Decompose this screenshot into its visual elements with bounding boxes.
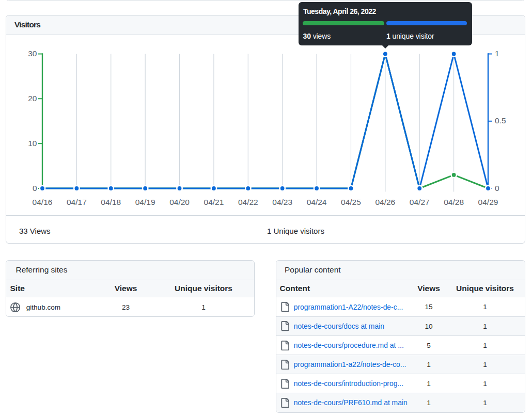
popular-content-row[interactable]: notes-de-cours/docs at main 10 1 xyxy=(276,316,525,335)
x-axis-label: 04/25 xyxy=(341,198,361,206)
x-axis-label: 04/17 xyxy=(66,198,86,206)
total-views-label: 33 Views xyxy=(19,227,51,235)
x-axis-label: 04/24 xyxy=(306,198,326,206)
site-views-value: 23 xyxy=(99,303,153,311)
x-axis-label: 04/19 xyxy=(135,198,155,206)
content-views-value: 1 xyxy=(412,361,445,368)
tooltip-views-number: 30 xyxy=(303,32,311,40)
unique visitors-point xyxy=(40,186,44,190)
content-link[interactable]: programmation1-A22/notes-de-c... xyxy=(294,303,403,311)
popular-content-row[interactable]: notes-de-cours/PRF610.md at main 1 1 xyxy=(276,393,525,412)
tooltip-date: Tuesday, April 26, 2022 xyxy=(303,7,376,15)
unique visitors-point xyxy=(315,186,319,190)
left-axis-tick-label: 30 xyxy=(28,49,37,58)
right-axis-tick-label: 1 xyxy=(495,49,499,58)
x-axis-label: 04/21 xyxy=(204,198,224,206)
file-icon xyxy=(280,321,290,331)
popular-content-rows: programmation1-A22/notes-de-c... 15 1 no… xyxy=(276,297,525,412)
x-axis-label: 04/22 xyxy=(238,198,258,206)
visitors-summary: 33 Views 1 Unique visitors xyxy=(6,215,525,243)
content-views-value: 1 xyxy=(412,380,445,388)
unique visitors-point xyxy=(143,186,147,190)
file-icon xyxy=(280,379,290,389)
unique visitors-point xyxy=(349,186,353,190)
content-unique-visitors-value: 1 xyxy=(445,323,525,330)
column-header-views: Views xyxy=(99,284,153,293)
content-views-value: 15 xyxy=(412,303,445,311)
x-axis-label: 04/18 xyxy=(101,198,121,206)
previous-panel-bottom-edge xyxy=(6,0,526,1)
popular-content-row[interactable]: notes-de-cours/procedure.md at ... 5 1 xyxy=(276,335,525,355)
x-axis-label: 04/29 xyxy=(478,198,498,206)
popular-content-header-row: Content Views Unique visitors xyxy=(276,280,525,298)
unique visitors-point xyxy=(417,186,421,190)
unique visitors-point xyxy=(280,186,284,190)
content-cell: notes-de-cours/docs at main xyxy=(276,321,412,331)
content-cell: notes-de-cours/introduction-prog... xyxy=(276,379,412,389)
popular-content-row[interactable]: notes-de-cours/introduction-prog... 1 1 xyxy=(276,374,525,393)
popular-content-row[interactable]: programmation1-A22/notes-de-c... 15 1 xyxy=(276,297,525,316)
tooltip-unique-bar xyxy=(386,21,467,25)
column-header-unique-visitors: Unique visitors xyxy=(445,284,525,293)
tooltip-views-value: 30 views xyxy=(303,32,331,40)
content-unique-visitors-value: 1 xyxy=(445,303,525,311)
x-axis-label: 04/28 xyxy=(444,198,464,206)
column-header-unique-visitors: Unique visitors xyxy=(153,284,254,293)
referring-sites-title: Referring sites xyxy=(6,261,254,280)
content-unique-visitors-value: 1 xyxy=(445,342,525,349)
visitors-line-chart[interactable]: 04/1604/1704/1804/1904/2004/2104/2204/23… xyxy=(6,35,525,216)
x-axis-label: 04/27 xyxy=(409,198,429,206)
tooltip-views-word: views xyxy=(313,32,331,40)
tooltip-unique-value: 1 unique visitor xyxy=(386,32,434,40)
left-axis-tick-label: 20 xyxy=(28,93,37,102)
total-unique-visitors-label: 1 Unique visitors xyxy=(267,227,324,235)
content-views-value: 5 xyxy=(412,342,445,349)
unique visitors-line xyxy=(42,54,488,188)
globe-icon xyxy=(10,302,20,312)
popular-content-row[interactable]: programmation1-a22/notes-de-co... 1 1 xyxy=(276,355,525,374)
content-unique-visitors-value: 1 xyxy=(445,361,525,368)
visitors-chart[interactable]: 04/1604/1704/1804/1904/2004/2104/2204/23… xyxy=(6,35,525,216)
file-icon xyxy=(280,341,290,350)
unique visitors-point xyxy=(108,186,113,190)
content-link[interactable]: notes-de-cours/procedure.md at ... xyxy=(294,341,404,349)
unique visitors-point xyxy=(451,52,456,56)
unique visitors-point xyxy=(246,186,250,190)
views-point xyxy=(451,173,456,177)
unique visitors-point xyxy=(74,186,79,190)
content-link[interactable]: notes-de-cours/docs at main xyxy=(294,322,384,330)
right-axis-tick-label: 0 xyxy=(495,183,499,192)
right-axis-tick-label: 0.5 xyxy=(495,116,506,125)
content-cell: programmation1-a22/notes-de-co... xyxy=(276,360,412,370)
unique visitors-point xyxy=(486,186,490,190)
left-axis-tick-label: 10 xyxy=(28,138,37,147)
popular-content-panel: Popular content Content Views Unique vis… xyxy=(276,260,525,413)
content-cell: programmation1-A22/notes-de-c... xyxy=(276,302,412,312)
file-icon xyxy=(280,398,290,408)
referring-site-row[interactable]: github.com 23 1 xyxy=(6,297,254,317)
content-cell: notes-de-cours/PRF610.md at main xyxy=(276,398,412,408)
column-header-site: Site xyxy=(6,284,99,293)
site-cell: github.com xyxy=(6,302,99,312)
content-views-value: 10 xyxy=(412,323,445,330)
content-unique-visitors-value: 1 xyxy=(445,399,525,407)
unique visitors-point xyxy=(383,52,387,56)
content-link[interactable]: programmation1-a22/notes-de-co... xyxy=(294,360,406,368)
content-unique-visitors-value: 1 xyxy=(445,380,525,388)
site-unique-visitors-value: 1 xyxy=(153,303,254,311)
content-cell: notes-de-cours/procedure.md at ... xyxy=(276,341,412,350)
x-axis-label: 04/16 xyxy=(32,198,52,206)
github-traffic-page: { "colors": { "views_green": "#2da44e", … xyxy=(0,0,532,417)
chart-tooltip: Tuesday, April 26, 2022 30 views 1 uniqu… xyxy=(299,2,472,45)
unique visitors-point xyxy=(177,186,181,190)
content-views-value: 1 xyxy=(412,399,445,407)
views-line xyxy=(42,54,488,188)
tooltip-unique-word: unique visitor xyxy=(392,32,434,40)
x-axis-label: 04/23 xyxy=(272,198,292,206)
popular-content-title: Popular content xyxy=(276,261,525,280)
tooltip-views-bar xyxy=(303,21,385,25)
referring-sites-panel: Referring sites Site Views Unique visito… xyxy=(6,260,255,317)
referring-sites-header-row: Site Views Unique visitors xyxy=(6,280,254,298)
content-link[interactable]: notes-de-cours/PRF610.md at main xyxy=(294,398,408,407)
content-link[interactable]: notes-de-cours/introduction-prog... xyxy=(294,379,403,388)
